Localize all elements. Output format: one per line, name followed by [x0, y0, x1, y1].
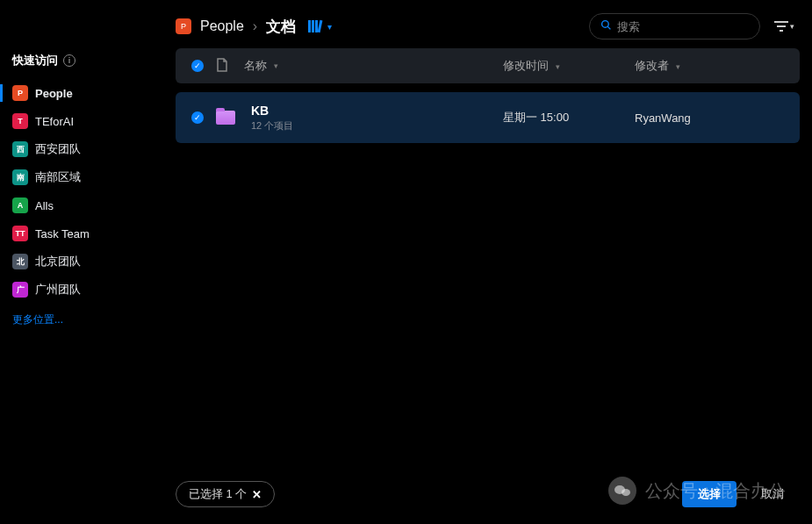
chevron-down-icon: ▾	[556, 62, 560, 71]
sidebar-badge-icon: T	[12, 113, 28, 129]
sidebar-item-label: 广州团队	[35, 282, 81, 298]
search-icon	[600, 19, 612, 33]
svg-rect-3	[318, 20, 323, 32]
sidebar-item-label: People	[35, 87, 73, 100]
sidebar-item-label: TEforAI	[35, 115, 74, 128]
column-header-modifier[interactable]: 修改者 ▾	[635, 58, 784, 74]
sidebar-badge-icon: TT	[12, 226, 28, 241]
column-header-modified-label: 修改时间	[503, 59, 549, 72]
search-input[interactable]	[617, 20, 765, 33]
library-icon	[308, 19, 324, 33]
list-header: ✓ 名称 ▾ 修改时间 ▾ 修改者 ▾	[176, 48, 800, 83]
breadcrumb-separator-icon: ›	[253, 18, 257, 34]
svg-rect-1	[312, 20, 314, 32]
cancel-button[interactable]: 取消	[745, 481, 800, 507]
row-checkbox[interactable]: ✓	[191, 111, 204, 124]
file-list: ✓ 名称 ▾ 修改时间 ▾ 修改者 ▾ ✓KB12 个项目星期一 15:00Ry…	[176, 48, 800, 471]
view-mode-button[interactable]: ▾	[308, 19, 332, 33]
chevron-down-icon: ▾	[676, 62, 680, 71]
column-header-name-label: 名称	[244, 58, 267, 74]
bottom-bar: 已选择 1 个 ✕ 选择 取消	[176, 478, 800, 510]
svg-rect-0	[308, 20, 311, 32]
selection-chip: 已选择 1 个 ✕	[176, 481, 275, 507]
folder-icon	[216, 111, 235, 125]
filter-icon	[774, 20, 788, 32]
sidebar: 快速访问 i PPeopleTTEforAI西西安团队南南部区域AAllsTTT…	[0, 0, 162, 524]
row-modified-time: 星期一 15:00	[503, 110, 635, 126]
svg-line-5	[607, 26, 610, 29]
sidebar-item-label: 南部区域	[35, 169, 81, 185]
more-locations-link[interactable]: 更多位置...	[0, 304, 162, 336]
sidebar-item-label: 北京团队	[35, 254, 81, 269]
breadcrumb-current: 文档	[266, 17, 296, 37]
svg-rect-2	[315, 20, 318, 32]
chevron-down-icon: ▾	[274, 61, 278, 70]
svg-point-4	[602, 21, 609, 28]
table-row[interactable]: ✓KB12 个项目星期一 15:00RyanWang	[176, 92, 800, 143]
select-button[interactable]: 选择	[682, 481, 737, 507]
quick-access-header: 快速访问 i	[0, 53, 162, 79]
sidebar-badge-icon: 西	[12, 141, 28, 157]
sidebar-item-7[interactable]: 广广州团队	[0, 276, 162, 304]
info-icon[interactable]: i	[63, 54, 75, 67]
sidebar-item-2[interactable]: 西西安团队	[0, 135, 162, 163]
quick-access-label: 快速访问	[12, 53, 58, 68]
sidebar-item-6[interactable]: 北北京团队	[0, 248, 162, 276]
breadcrumb-badge-icon: P	[176, 18, 191, 34]
search-box[interactable]	[589, 13, 760, 39]
filter-button[interactable]: ▾	[769, 17, 800, 36]
column-header-modified[interactable]: 修改时间 ▾	[503, 58, 635, 74]
select-all-checkbox[interactable]: ✓	[191, 60, 204, 72]
chevron-down-icon: ▾	[790, 22, 794, 31]
sidebar-item-1[interactable]: TTEforAI	[0, 107, 162, 135]
sidebar-item-3[interactable]: 南南部区域	[0, 163, 162, 191]
row-name: KB	[251, 104, 293, 118]
breadcrumb-root[interactable]: People	[200, 18, 244, 34]
top-bar: P People › 文档 ▾ ▾	[176, 9, 800, 44]
sidebar-item-0[interactable]: PPeople	[0, 79, 162, 107]
sidebar-badge-icon: 广	[12, 282, 28, 298]
clear-selection-button[interactable]: ✕	[252, 488, 262, 501]
sidebar-item-5[interactable]: TTTask Team	[0, 219, 162, 248]
sidebar-item-label: 西安团队	[35, 141, 81, 157]
sidebar-badge-icon: A	[12, 197, 28, 213]
selection-count-label: 已选择 1 个	[189, 486, 247, 502]
column-header-name[interactable]: 名称 ▾	[244, 58, 503, 74]
row-subtitle: 12 个项目	[251, 119, 293, 133]
chevron-down-icon: ▾	[327, 22, 332, 32]
sidebar-item-label: Task Team	[35, 227, 90, 240]
column-header-modifier-label: 修改者	[635, 59, 669, 72]
sidebar-badge-icon: 南	[12, 169, 28, 185]
file-type-column-icon[interactable]	[216, 58, 228, 75]
sidebar-badge-icon: 北	[12, 254, 28, 269]
sidebar-item-label: Alls	[35, 199, 54, 212]
row-modifier: RyanWang	[635, 111, 784, 125]
sidebar-item-4[interactable]: AAlls	[0, 191, 162, 219]
sidebar-badge-icon: P	[12, 85, 28, 101]
